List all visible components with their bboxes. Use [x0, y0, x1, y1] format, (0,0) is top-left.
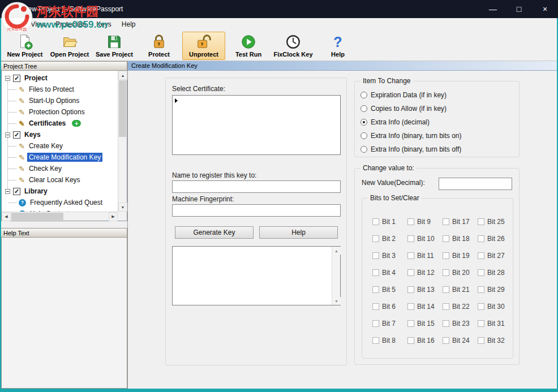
- bit-checkbox-row[interactable]: Bit 26: [478, 230, 513, 247]
- tree-item[interactable]: ✓ ✎ ? Certificates +: [2, 118, 118, 129]
- bit-checkbox-row[interactable]: Bit 3: [372, 247, 407, 264]
- new-project-button[interactable]: New Project: [3, 32, 46, 60]
- bit-label: Bit 28: [487, 269, 505, 277]
- bit-checkbox-row[interactable]: Bit 28: [478, 264, 513, 281]
- window-title: [ New Project ] - SoftwarePassport: [19, 5, 123, 13]
- test-run-button[interactable]: Test Run: [227, 32, 270, 60]
- bit-checkbox-row[interactable]: Bit 6: [372, 298, 407, 315]
- tree-item[interactable]: ✓ ✎ ? Clear Local Keys: [2, 174, 118, 186]
- bit-checkbox-row[interactable]: Bit 8: [372, 332, 407, 349]
- key-output-area[interactable]: ▲ ▼: [172, 246, 341, 305]
- menu-item[interactable]: Help: [117, 19, 141, 29]
- bit-checkbox-row[interactable]: Bit 29: [478, 281, 513, 298]
- radio-option[interactable]: Extra Info (decimal): [355, 115, 519, 129]
- tree-item[interactable]: ✓ ✎ ? Create Key: [2, 140, 118, 152]
- bit-label: Bit 7: [382, 320, 396, 328]
- bit-checkbox-row[interactable]: Bit 32: [478, 332, 513, 349]
- radio-option[interactable]: Extra Info (binary, turn bits off): [355, 143, 519, 156]
- bit-checkbox-row[interactable]: Bit 5: [372, 281, 407, 298]
- scrollbar-thumb[interactable]: [119, 80, 126, 137]
- scroll-down-icon[interactable]: ▼: [118, 203, 127, 212]
- bit-checkbox-row[interactable]: Bit 2: [372, 230, 407, 247]
- fixclock-key-button[interactable]: FixClock Key: [272, 32, 315, 60]
- open-project-button[interactable]: Open Project: [48, 32, 91, 60]
- bit-checkbox-row[interactable]: Bit 18: [443, 230, 478, 247]
- register-name-input[interactable]: [172, 180, 341, 193]
- menu-item[interactable]: Keys: [91, 19, 117, 29]
- tree-vertical-scrollbar[interactable]: ▲ ▼: [118, 71, 127, 212]
- project-tree: ✓ ✎ ? Project ✓ ✎ ?: [2, 71, 118, 212]
- protect-button[interactable]: Protect: [138, 32, 181, 60]
- tree-item[interactable]: ✓ ✎ ? Project: [2, 72, 118, 84]
- tree-item[interactable]: ✓ ✎ ? Create Modification Key: [2, 152, 118, 163]
- bit-checkbox-row[interactable]: Bit 31: [478, 315, 513, 332]
- bit-label: Bit 9: [417, 218, 431, 226]
- generate-key-button[interactable]: Generate Key: [175, 226, 254, 239]
- tree-item[interactable]: ✓ ✎ ? Frequently Asked Quest: [2, 197, 118, 208]
- scroll-left-icon[interactable]: ◀: [2, 212, 11, 221]
- bit-checkbox-row[interactable]: Bit 12: [407, 264, 443, 281]
- bit-checkbox-row[interactable]: Bit 27: [478, 247, 513, 264]
- bit-checkbox-row[interactable]: Bit 20: [443, 264, 478, 281]
- bit-checkbox-row[interactable]: Bit 24: [443, 332, 478, 349]
- scroll-down-icon[interactable]: ▼: [332, 297, 341, 305]
- minimize-button[interactable]: —: [480, 0, 506, 18]
- bit-checkbox-row[interactable]: Bit 10: [407, 230, 443, 247]
- scrollbar-thumb[interactable]: [11, 213, 63, 220]
- bit-checkbox-row[interactable]: Bit 14: [407, 298, 443, 315]
- tree-item[interactable]: ✓ ✎ ? Start-Up Options: [2, 95, 118, 106]
- bit-checkbox-row[interactable]: Bit 7: [372, 315, 407, 332]
- bit-checkbox-row[interactable]: Bit 9: [407, 213, 443, 230]
- bit-checkbox-row[interactable]: Bit 23: [443, 315, 478, 332]
- menu-item[interactable]: File: [5, 19, 25, 29]
- scroll-up-icon[interactable]: ▲: [118, 71, 127, 80]
- tree-item[interactable]: ✓ ✎ ? Keys: [2, 129, 118, 140]
- machine-fingerprint-label: Machine Fingerprint:: [172, 195, 234, 203]
- save-project-button[interactable]: Save Project: [93, 32, 136, 60]
- radio-option[interactable]: Copies to Allow (if in key): [355, 102, 519, 115]
- bit-checkbox-row[interactable]: Bit 4: [372, 264, 407, 281]
- unprotect-button[interactable]: Unprotect: [182, 32, 225, 60]
- checkbox-icon: [478, 286, 484, 293]
- panel-splitter[interactable]: [1, 221, 127, 228]
- tree-item[interactable]: ✓ ✎ ? Check Key: [2, 163, 118, 174]
- tree-item[interactable]: ✓ ✎ ? Protection Options: [2, 106, 118, 118]
- collapse-icon[interactable]: [5, 189, 10, 194]
- bit-checkbox-row[interactable]: Bit 30: [478, 298, 513, 315]
- radio-option[interactable]: Expiration Data (if in key): [355, 88, 519, 102]
- machine-fingerprint-input[interactable]: [172, 204, 341, 217]
- textarea-scrollbar[interactable]: ▲ ▼: [332, 247, 340, 305]
- tree-item-label: Frequently Asked Quest: [28, 198, 104, 207]
- bit-label: Bit 29: [487, 286, 505, 294]
- radio-option[interactable]: Extra Info (binary, turn bits on): [355, 129, 519, 143]
- certificate-listbox[interactable]: [172, 95, 341, 155]
- tree-horizontal-scrollbar[interactable]: ◀ ▶: [2, 212, 118, 221]
- menu-item[interactable]: View: [25, 19, 50, 29]
- new-value-input[interactable]: [439, 178, 512, 190]
- checkbox-icon: [372, 235, 379, 242]
- bit-checkbox-row[interactable]: Bit 16: [407, 332, 443, 349]
- bit-checkbox-row[interactable]: Bit 25: [478, 213, 513, 230]
- bit-checkbox-row[interactable]: Bit 1: [372, 213, 407, 230]
- tree-item[interactable]: ✓ ✎ ? Files to Protect: [2, 84, 118, 95]
- radio-label: Extra Info (binary, turn bits off): [371, 145, 461, 153]
- bit-checkbox-row[interactable]: Bit 22: [443, 298, 478, 315]
- maximize-button[interactable]: □: [506, 0, 532, 18]
- close-button[interactable]: ×: [532, 0, 558, 18]
- bit-checkbox-row[interactable]: Bit 15: [407, 315, 443, 332]
- radio-label: Copies to Allow (if in key): [371, 105, 447, 113]
- help-button[interactable]: Help: [259, 226, 338, 239]
- collapse-icon[interactable]: [5, 76, 10, 81]
- bit-checkbox-row[interactable]: Bit 17: [443, 213, 478, 230]
- scroll-up-icon[interactable]: ▲: [332, 247, 341, 255]
- checkbox-icon: [407, 218, 414, 225]
- collapse-icon[interactable]: [5, 132, 10, 137]
- tree-item[interactable]: ✓ ✎ ? Library: [2, 186, 118, 197]
- scroll-right-icon[interactable]: ▶: [109, 212, 118, 221]
- bit-checkbox-row[interactable]: Bit 11: [407, 247, 443, 264]
- bit-checkbox-row[interactable]: Bit 13: [407, 281, 443, 298]
- help-toolbar-button[interactable]: ? Help: [316, 32, 359, 60]
- menu-item[interactable]: Protection: [50, 19, 91, 29]
- bit-checkbox-row[interactable]: Bit 19: [443, 247, 478, 264]
- bit-checkbox-row[interactable]: Bit 21: [443, 281, 478, 298]
